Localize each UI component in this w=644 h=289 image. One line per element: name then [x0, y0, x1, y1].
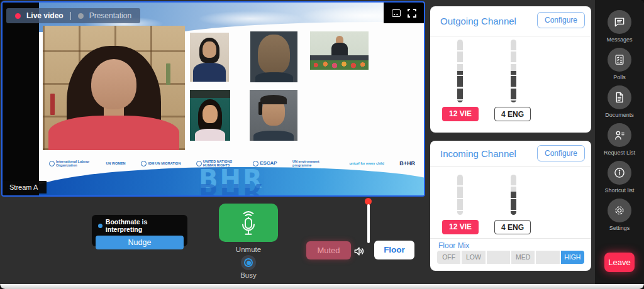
muted-button[interactable]: Muted	[306, 241, 351, 259]
logo-un-women: UN WOMEN	[106, 161, 125, 165]
logo-un-human-rights: UNITED NATIONS HUMAN RIGHTS	[196, 160, 238, 168]
live-dot-icon	[15, 13, 21, 19]
outgoing-channel-panel: Outgoing Channel Configure 12 VIE 4 ENG	[430, 6, 591, 133]
participant-video-1	[190, 33, 229, 82]
bhr-watermark-reflection: BHR	[39, 178, 424, 195]
outgoing-configure-button[interactable]: Configure	[537, 12, 585, 28]
interpreter-console: International Labour Organization UN WOM…	[0, 0, 644, 289]
incoming-channel-title: Incoming Channel	[440, 148, 516, 159]
participant-video-2	[250, 31, 297, 82]
info-icon	[608, 161, 631, 185]
outgoing-meter-vie	[457, 40, 463, 102]
incoming-meter-eng	[511, 175, 516, 215]
video-letterbox	[3, 3, 39, 195]
tab-live-video[interactable]: Live video	[26, 11, 64, 20]
tab-presentation[interactable]: Presentation	[89, 11, 131, 20]
layout-view-icon[interactable]	[392, 9, 401, 17]
floor-button[interactable]: Floor	[374, 241, 414, 259]
outgoing-channel-eng-button[interactable]: 4 ENG	[494, 107, 531, 121]
logo-bhr: B+HR	[399, 160, 415, 166]
presentation-dot-icon	[78, 13, 84, 19]
speaker-red-top	[48, 116, 179, 150]
window-bottom-edge	[0, 284, 644, 289]
outgoing-meter-eng	[511, 40, 516, 102]
busy-label: Busy	[228, 271, 269, 279]
stream-name-badge: Stream A	[3, 181, 47, 194]
incoming-configure-button[interactable]: Configure	[537, 145, 585, 161]
chat-icon	[608, 10, 631, 34]
document-icon	[608, 85, 631, 109]
incoming-channel-eng-button[interactable]: 4 ENG	[494, 220, 531, 234]
floor-mix-segmented-control: OFF LOW MED HIGH	[437, 251, 584, 264]
floor-mix-option-med[interactable]: MED	[511, 251, 535, 264]
sidebar-item-polls[interactable]: Polls	[595, 48, 644, 80]
floor-mix-label: Floor Mix	[438, 241, 469, 250]
logo-glyph	[196, 161, 202, 166]
boothmate-status-dot-icon	[98, 224, 103, 228]
tools-sidebar: Messages Polls Documents Request List Sh…	[595, 0, 644, 284]
logo-glyph	[141, 161, 147, 166]
logo-un-environment: UN environment programme	[292, 160, 334, 168]
participant-video-3	[310, 31, 369, 70]
incoming-meter-vie	[457, 175, 463, 215]
floor-mix-divider	[430, 238, 591, 239]
outgoing-channel-vie-button[interactable]: 12 VIE	[442, 107, 479, 121]
main-speaker-video	[43, 26, 185, 150]
sidebar-item-documents[interactable]: Documents	[595, 85, 644, 118]
logo-glyph	[253, 161, 258, 166]
unmute-mic-button[interactable]	[219, 204, 278, 242]
speaker-icon[interactable]	[353, 245, 365, 258]
floor-mix-option-off[interactable]: OFF	[437, 251, 460, 264]
polls-icon	[608, 48, 631, 72]
floor-mix-option-low[interactable]: LOW	[462, 251, 485, 264]
unmute-label: Unmute	[219, 246, 278, 253]
boothmate-status-text: Boothmate is interpreting	[106, 218, 184, 233]
fullscreen-icon[interactable]	[408, 9, 416, 18]
logo-iom: IOM UN MIGRATION	[141, 161, 180, 166]
volume-slider-track[interactable]	[367, 204, 370, 243]
participant-video-4	[190, 90, 230, 141]
participant-video-5	[250, 90, 297, 141]
nudge-button[interactable]: Nudge	[96, 236, 184, 249]
floor-mix-option-high[interactable]: HIGH	[561, 251, 584, 264]
logo-unicef: unicef for every child	[349, 161, 384, 165]
stream-tab-bar: Live video Presentation	[6, 8, 140, 23]
boothmate-panel: Boothmate is interpreting Nudge	[92, 215, 187, 246]
presentation-slide: International Labour Organization UN WOM…	[39, 3, 424, 195]
player-view-controls	[384, 3, 424, 23]
request-list-icon	[608, 123, 631, 147]
busy-ring-icon	[244, 258, 253, 267]
sidebar-item-settings[interactable]: Settings	[595, 199, 644, 231]
sidebar-item-messages[interactable]: Messages	[595, 10, 644, 43]
logo-escap: ESCAP	[253, 160, 277, 166]
busy-toggle[interactable]	[241, 255, 256, 270]
sidebar-item-request-list[interactable]: Request List	[595, 123, 644, 156]
logo-glyph	[49, 161, 55, 166]
tab-separator	[70, 12, 71, 20]
incoming-channel-panel: Incoming Channel Configure 12 VIE 4 ENG …	[430, 141, 591, 271]
sidebar-item-shortcut-list[interactable]: Shortcut list	[595, 161, 644, 194]
video-player: International Labour Organization UN WOM…	[1, 1, 425, 197]
outgoing-channel-title: Outgoing Channel	[440, 16, 516, 26]
incoming-channel-vie-button[interactable]: 12 VIE	[442, 220, 479, 234]
speaker-face	[91, 59, 136, 109]
leave-button[interactable]: Leave	[604, 253, 635, 272]
floor-mix-option-4[interactable]	[536, 251, 559, 264]
logo-ilo: International Labour Organization	[49, 160, 91, 168]
floor-mix-option-2[interactable]	[487, 251, 510, 264]
microphone-icon	[236, 208, 261, 237]
gear-icon	[608, 199, 631, 222]
